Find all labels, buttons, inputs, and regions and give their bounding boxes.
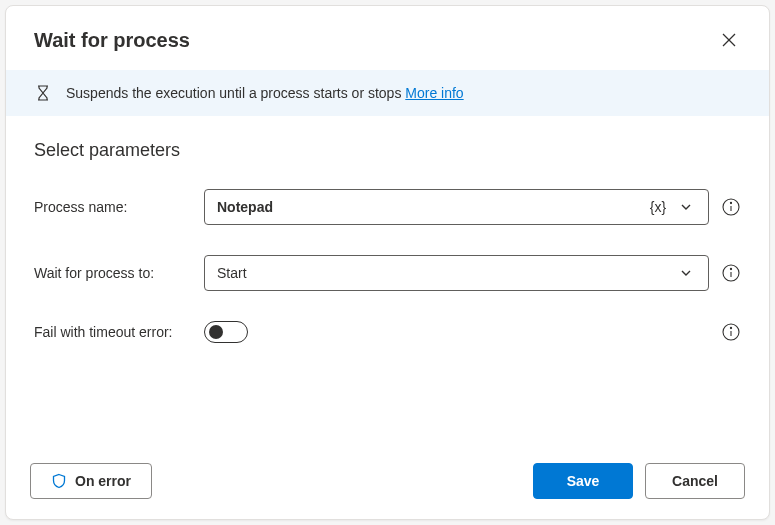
svg-point-7 bbox=[730, 268, 731, 269]
dialog-header: Wait for process bbox=[6, 6, 769, 70]
process-name-input[interactable]: Notepad {x} bbox=[204, 189, 709, 225]
toggle-thumb bbox=[209, 325, 223, 339]
section-title: Select parameters bbox=[34, 140, 741, 161]
wait-for-control: Start bbox=[204, 255, 741, 291]
info-description: Suspends the execution until a process s… bbox=[66, 85, 401, 101]
wait-for-row: Wait for process to: Start bbox=[34, 255, 741, 291]
chevron-down-icon bbox=[680, 267, 692, 279]
process-name-row: Process name: Notepad {x} bbox=[34, 189, 741, 225]
svg-point-10 bbox=[730, 327, 731, 328]
cancel-label: Cancel bbox=[672, 473, 718, 489]
close-icon bbox=[722, 33, 736, 47]
wait-for-help[interactable] bbox=[721, 263, 741, 283]
save-button[interactable]: Save bbox=[533, 463, 633, 499]
wait-for-value: Start bbox=[217, 265, 672, 281]
hourglass-icon bbox=[34, 84, 52, 102]
wait-for-select[interactable]: Start bbox=[204, 255, 709, 291]
on-error-label: On error bbox=[75, 473, 131, 489]
fail-timeout-control bbox=[204, 321, 741, 343]
fail-timeout-label: Fail with timeout error: bbox=[34, 324, 204, 340]
footer-right: Save Cancel bbox=[533, 463, 745, 499]
info-icon bbox=[722, 264, 740, 282]
shield-icon bbox=[51, 473, 67, 489]
process-name-help[interactable] bbox=[721, 197, 741, 217]
process-name-value: Notepad bbox=[217, 199, 644, 215]
more-info-link[interactable]: More info bbox=[405, 85, 463, 101]
wait-for-process-dialog: Wait for process Suspends the execution … bbox=[5, 5, 770, 520]
fail-timeout-toggle[interactable] bbox=[204, 321, 248, 343]
dialog-content: Select parameters Process name: Notepad … bbox=[6, 116, 769, 447]
dialog-footer: On error Save Cancel bbox=[6, 447, 769, 519]
on-error-button[interactable]: On error bbox=[30, 463, 152, 499]
close-button[interactable] bbox=[713, 24, 745, 56]
dialog-title: Wait for process bbox=[34, 29, 190, 52]
save-label: Save bbox=[567, 473, 600, 489]
variable-button[interactable]: {x} bbox=[644, 193, 672, 221]
info-icon bbox=[722, 323, 740, 341]
process-name-dropdown[interactable] bbox=[672, 193, 700, 221]
info-text: Suspends the execution until a process s… bbox=[66, 85, 464, 101]
fail-timeout-row: Fail with timeout error: bbox=[34, 321, 741, 343]
wait-for-dropdown[interactable] bbox=[672, 259, 700, 287]
svg-point-4 bbox=[730, 202, 731, 203]
info-bar: Suspends the execution until a process s… bbox=[6, 70, 769, 116]
wait-for-label: Wait for process to: bbox=[34, 265, 204, 281]
fail-timeout-help[interactable] bbox=[721, 322, 741, 342]
cancel-button[interactable]: Cancel bbox=[645, 463, 745, 499]
process-name-label: Process name: bbox=[34, 199, 204, 215]
process-name-control: Notepad {x} bbox=[204, 189, 741, 225]
info-icon bbox=[722, 198, 740, 216]
chevron-down-icon bbox=[680, 201, 692, 213]
